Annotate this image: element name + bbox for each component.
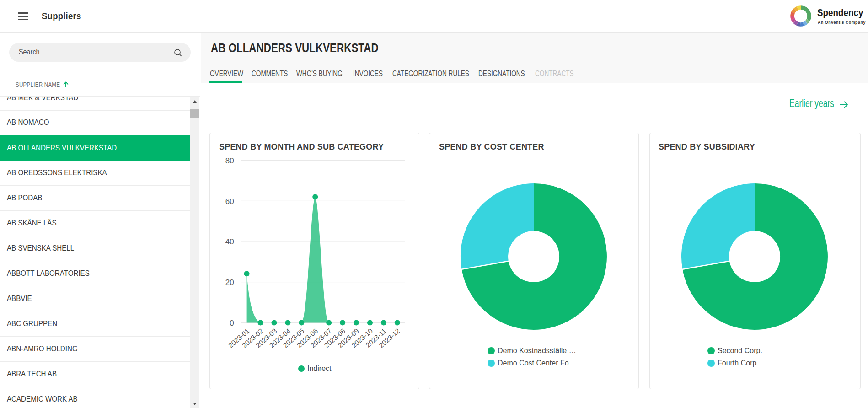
svg-text:20: 20 [225, 278, 234, 287]
svg-text:0: 0 [230, 319, 234, 327]
svg-text:60: 60 [225, 197, 234, 206]
svg-text:80: 80 [225, 156, 234, 165]
svg-text:40: 40 [225, 237, 234, 246]
